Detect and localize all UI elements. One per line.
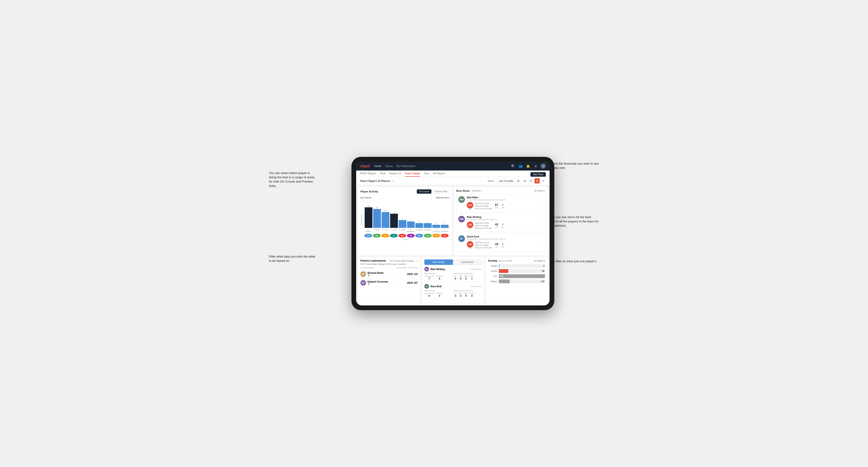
scoring-bar-bogeys: Bogeys 115: [488, 280, 545, 283]
shot-info-david-ford: David Ford 24 Aug 2023 · Royal North Dev…: [467, 236, 540, 249]
chart-inner: 13 12 10: [364, 200, 450, 240]
lb-col-pb-score: PB SCORE: [397, 267, 407, 269]
stat-yds-2: 16 yds: [495, 243, 498, 248]
act-arg-blair: 0: [464, 277, 468, 280]
tablet-screen: clippd Home Teams My Performance 🔍 👥 🔔 ⊕…: [356, 161, 550, 305]
nav-home[interactable]: Home: [374, 165, 381, 167]
tab-tour[interactable]: Tour: [424, 172, 429, 177]
scoring-fill-eagles: [499, 264, 499, 268]
player-activity-title: Player Activity: [361, 190, 378, 193]
page-wrapper: You can select which player is doing the…: [269, 157, 599, 310]
show-label: Show:: [488, 180, 494, 182]
chevron-right-0[interactable]: ›: [542, 201, 543, 205]
avatar-blair-mcharg: BM: [458, 216, 465, 222]
bar-r-butler: 3: [415, 221, 423, 228]
callout-bottom-left: Filter what data you wish the table to b…: [269, 254, 316, 263]
act-avatar-rees: RB: [424, 284, 429, 289]
scoring-filter1[interactable]: Par 3, 4 & 5s ▾: [498, 260, 513, 262]
tab-pgat-players[interactable]: PGAT Players: [360, 172, 376, 177]
bar-d-ford: 10: [382, 210, 390, 228]
scoring-header: Scoring Par 3, 4 & 5s ▾ All Players ▾: [488, 259, 545, 262]
callout-top-left: You can select which player is doing the…: [269, 171, 316, 188]
tab-pga[interactable]: PGA: [380, 172, 385, 177]
best-shots-panel: Best Shots All Shots ▾ All Players ▾ MM: [454, 187, 548, 255]
shot-card-david-ford[interactable]: DF David Ford 24 Aug 2023 · Royal North …: [456, 233, 545, 251]
stat-zero-1: 0 yds: [501, 223, 504, 228]
shot-details-1: 200 SG Shot Dist: 43 yds Start Lie: Roug…: [467, 221, 540, 230]
scoring-fill-bogeys: [499, 280, 509, 283]
chevron-right-1[interactable]: ›: [542, 221, 543, 225]
users-icon[interactable]: 👥: [518, 163, 523, 168]
chart-label: On Course: [361, 196, 371, 199]
all-shots-filter[interactable]: All Shots ▾: [471, 190, 482, 192]
player-name-david-ford: David Ford: [467, 236, 540, 238]
scoring-label-birdies: Birdies: [488, 270, 497, 272]
view-icons: ⊞ ⊟ ♥ ≡: [522, 178, 546, 184]
bottom-grid: Practice Leaderboards PUTT Must Make Put…: [358, 257, 548, 304]
lb-col-player: PLAYER NAME: [361, 267, 396, 269]
menu-view-icon[interactable]: ≡: [540, 178, 546, 184]
lb-score-edward: 18/20: [407, 282, 413, 284]
chart-filter[interactable]: Total Rounds ▾: [435, 196, 450, 199]
grid-view-icon[interactable]: ⊞: [522, 178, 527, 184]
tab-team-clippd[interactable]: Team Clippd: [405, 172, 420, 177]
act-tournament-rees: 8: [424, 294, 434, 297]
lb-rank-edward: 🥈: [368, 283, 388, 285]
tab-least-active[interactable]: Least Active: [453, 259, 482, 265]
shot-card-blair-mcharg[interactable]: BM Blair McHarg 23 Jul 2023 · Ashridge G…: [456, 214, 545, 232]
avatar-e-crossman: EC: [432, 234, 440, 238]
act-practice-blair: 6: [436, 277, 443, 280]
shot-badge-0: 200: [467, 202, 473, 209]
on-course-toggle[interactable]: On Course: [417, 189, 431, 194]
add-icon[interactable]: ⊕: [533, 163, 538, 168]
bar-l-robertson: 2: [441, 223, 448, 228]
nav-teams[interactable]: Teams: [385, 165, 393, 167]
time-scale-select[interactable]: Last 3 months Last 6 months Last 12 mont…: [496, 179, 520, 183]
avatar-b-britt: BB: [373, 234, 381, 238]
shot-badge-1: 200: [467, 221, 473, 228]
tab-hcaps[interactable]: Hcaps 1-5: [389, 172, 401, 177]
tab-all-players[interactable]: All Players: [433, 172, 445, 177]
leaderboard-panel: Practice Leaderboards PUTT Must Make Put…: [358, 257, 420, 304]
activity-tabs: Most Active Least Active: [424, 259, 482, 265]
lb-filter[interactable]: PUTT Must Make Putting … ▾: [390, 260, 418, 262]
act-date-rees: 02 Sep 2023: [471, 285, 482, 287]
act-name-rees: Rees Britt: [431, 285, 441, 288]
team-edit-icon[interactable]: ✎: [392, 180, 394, 183]
avatar-matt-miller: MM: [458, 196, 465, 203]
practice-drills-toggle[interactable]: Practice Drills: [432, 189, 450, 194]
notification-icon[interactable]: 🔔: [526, 163, 531, 168]
bar-e-crossman: 2: [432, 223, 440, 228]
lb-avg-richard: 110: [414, 273, 418, 276]
scoring-bg-eagles: 3: [499, 264, 545, 268]
heart-view-icon[interactable]: ♥: [534, 178, 540, 184]
nav-my-performance[interactable]: My Performance: [397, 165, 415, 167]
lb-player-edward: EC Edward Crossman 🥈: [361, 280, 406, 286]
all-players-filter[interactable]: All Players ▾: [534, 190, 545, 192]
team-header: Team Clippd | 14 Players ✎ Show: Last 3 …: [356, 177, 550, 185]
stat-yds-1: 43 yds: [495, 223, 498, 228]
avatar-row: BM BB DF JC EE OB RB MM EC LR: [364, 233, 450, 238]
scoring-filter2[interactable]: All Players ▾: [533, 260, 545, 262]
avatar-r-butler: RB: [415, 234, 423, 238]
x-labels: B. McHarg B. Britt D. Ford J. Coles E. E…: [364, 229, 450, 232]
add-team-button[interactable]: Add Team: [530, 172, 546, 177]
list-view-icon[interactable]: ⊟: [528, 178, 533, 184]
act-app-blair: 0: [459, 277, 463, 280]
scoring-val-bogeys: 115: [541, 280, 545, 283]
lb-row-richard[interactable]: RB Richard Butler 🥇 19/20 110: [361, 270, 418, 279]
bars-container: 13 12 10: [364, 200, 450, 228]
panel-toggle: On Course Practice Drills: [417, 189, 450, 194]
tab-most-active[interactable]: Most Active: [424, 259, 453, 265]
chevron-right-2[interactable]: ›: [542, 241, 543, 244]
search-icon[interactable]: 🔍: [510, 163, 516, 168]
avatar-b-mcharg: BM: [365, 234, 372, 238]
lb-row-edward[interactable]: EC Edward Crossman 🥈 18/20 107: [361, 279, 418, 287]
avatar-d-ford: DF: [381, 234, 389, 238]
lb-score-richard: 19/20: [407, 273, 413, 276]
act-stats-rees: Total Rounds Tournament 8 Practice: [424, 290, 482, 297]
lb-rank-richard: 🥇: [368, 274, 384, 277]
act-app-rees: 0: [459, 294, 463, 297]
user-avatar[interactable]: U: [540, 163, 546, 168]
shot-card-matt-miller[interactable]: MM Matt Miller 09 Jun 2023 · Royal North…: [456, 194, 545, 212]
